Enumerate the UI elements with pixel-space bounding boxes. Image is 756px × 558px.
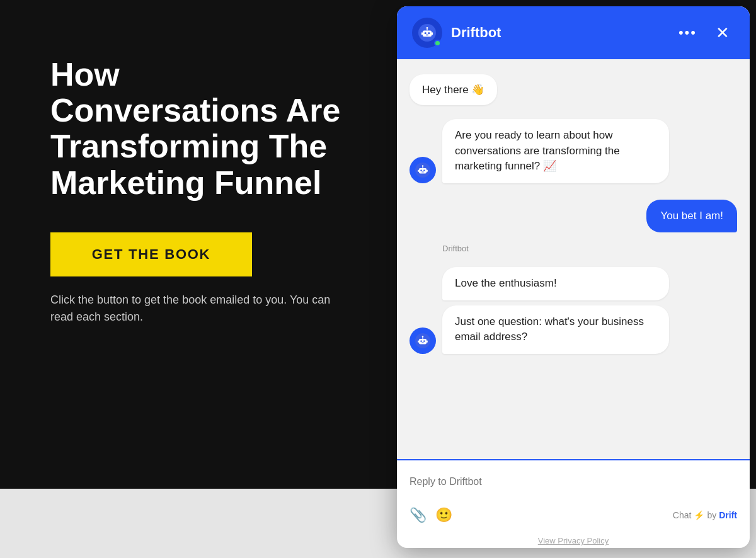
svg-rect-16	[418, 169, 419, 172]
user-bubble-1: You bet I am!	[646, 200, 737, 232]
bot-avatar-msg-2	[410, 327, 436, 354]
online-indicator	[434, 40, 441, 47]
privacy-link[interactable]: View Privacy Policy	[397, 531, 750, 548]
options-button[interactable]: •••	[673, 22, 702, 43]
toolbar-icons: 📎 🙂	[410, 507, 452, 523]
svg-rect-4	[426, 35, 428, 35]
cta-button[interactable]: GET THE BOOK	[50, 232, 252, 276]
user-message-1: You bet I am!	[410, 200, 737, 232]
svg-rect-1	[423, 31, 432, 37]
chat-messages: Hey there 👋 Are you ready to learn ab	[397, 59, 750, 459]
svg-rect-21	[423, 340, 425, 341]
svg-rect-2	[425, 32, 427, 34]
message-greeting: Hey there 👋	[410, 74, 737, 105]
bot-message-group-1: Are you ready to learn about how convers…	[410, 119, 737, 183]
bot-bubbles-1: Are you ready to learn about how convers…	[442, 119, 669, 183]
svg-rect-22	[421, 342, 424, 343]
bot-message-group-2: Love the enthusiasm! Just one question: …	[410, 267, 737, 354]
svg-rect-20	[420, 340, 421, 341]
bot-bubbles-2: Love the enthusiasm! Just one question: …	[442, 267, 669, 354]
svg-rect-17	[427, 169, 428, 172]
cta-subtitle: Click the button to get the book emailed…	[50, 292, 353, 326]
bot-avatar-msg-1	[410, 157, 436, 183]
branding-by: by	[707, 510, 716, 520]
chat-branding: Chat ⚡ by Drift	[673, 510, 737, 520]
chat-input-area: 📎 🙂 Chat ⚡ by Drift	[397, 459, 750, 531]
svg-rect-19	[419, 339, 427, 344]
chat-header: Driftbot ••• ✕	[397, 6, 750, 59]
svg-point-24	[422, 336, 423, 337]
branding-bolt: ⚡	[694, 510, 704, 520]
chat-widget: Driftbot ••• ✕ Hey there 👋	[397, 6, 750, 548]
svg-rect-3	[428, 32, 430, 34]
svg-point-6	[427, 27, 428, 29]
svg-rect-13	[421, 171, 424, 172]
bot-avatar-header	[412, 18, 442, 48]
svg-rect-25	[418, 340, 419, 343]
main-heading: How Conversations Are Transforming The M…	[50, 57, 353, 201]
svg-rect-8	[432, 32, 433, 35]
bot-bubble-1: Are you ready to learn about how convers…	[442, 119, 669, 183]
svg-rect-7	[421, 32, 423, 35]
bot-avatar-icon-1	[415, 162, 430, 178]
chat-toolbar: 📎 🙂 Chat ⚡ by Drift	[410, 501, 737, 523]
emoji-icon[interactable]: 🙂	[435, 507, 452, 523]
driftbot-icon	[418, 24, 436, 42]
branding-chat-text: Chat	[673, 510, 692, 520]
bot-bubble-email: Just one question: what's your business …	[442, 305, 669, 354]
greeting-bubble: Hey there 👋	[410, 74, 497, 105]
svg-rect-12	[423, 169, 425, 171]
attachment-icon[interactable]: 📎	[410, 507, 427, 523]
bot-label: Driftbot	[442, 244, 737, 253]
branding-name: Drift	[719, 510, 737, 520]
chat-input[interactable]	[410, 469, 737, 494]
bot-bubble-enthusiasm: Love the enthusiasm!	[442, 267, 669, 300]
bot-name: Driftbot	[451, 25, 665, 41]
svg-point-15	[422, 165, 423, 166]
page-content: How Conversations Are Transforming The M…	[0, 0, 391, 491]
bot-avatar-icon-2	[415, 333, 430, 348]
svg-rect-10	[419, 168, 427, 173]
svg-rect-26	[427, 340, 428, 343]
svg-rect-11	[420, 169, 421, 171]
close-button[interactable]: ✕	[711, 21, 735, 45]
